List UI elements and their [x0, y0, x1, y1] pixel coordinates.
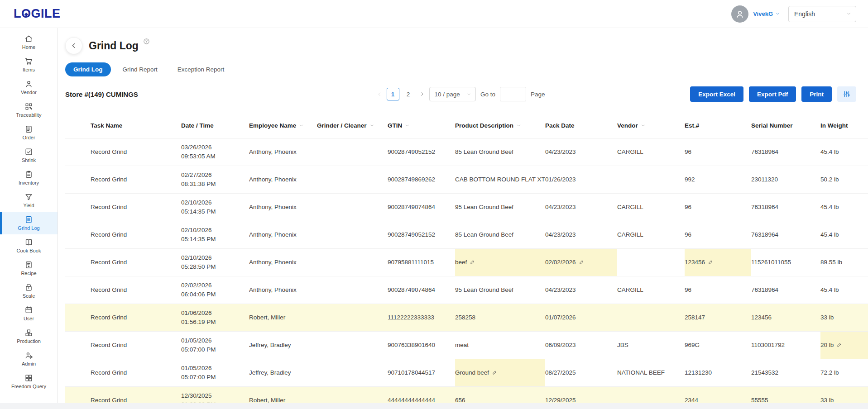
sidebar-item-order[interactable]: Order	[0, 121, 58, 144]
column-header-vendor[interactable]: Vendor	[617, 114, 685, 138]
filter-button[interactable]	[837, 86, 856, 102]
cell-gtin: 90710178044517	[388, 359, 455, 386]
main-content: Grind Log Grind LogGrind ReportException…	[58, 28, 868, 409]
edit-pencil-icon[interactable]	[708, 259, 714, 265]
cell-value: 656	[455, 397, 465, 404]
cell-employee: Anthony, Phoenix	[249, 221, 317, 248]
cell-value: 96	[685, 204, 691, 210]
sidebar-item-yield[interactable]: Yield	[0, 189, 58, 212]
chevron-down-icon	[641, 123, 646, 128]
cell-value: 45.4 lb	[820, 204, 839, 210]
cell-value: Record Grind	[91, 342, 127, 348]
page-number-2[interactable]: 2	[402, 88, 415, 100]
column-header-product-description[interactable]: Product Description	[455, 114, 545, 138]
cell-employee: Anthony, Phoenix	[249, 248, 317, 276]
sidebar-item-production[interactable]: Production	[0, 325, 58, 347]
cell-value: 44444444444444	[388, 397, 435, 404]
chevron-down-icon	[299, 123, 304, 128]
sidebar-item-cook-book[interactable]: Cook Book	[0, 234, 58, 257]
cell-time: 01:56:19 PM	[181, 318, 245, 327]
cell-task: Record Grind	[65, 331, 181, 359]
sidebar-item-label: Cook Book	[17, 248, 41, 253]
cell-datetime: 02/10/202605:28:50 PM	[181, 248, 249, 276]
cell-in-weight: 20 lb	[820, 331, 868, 359]
tab-exception-report[interactable]: Exception Report	[169, 62, 233, 76]
cell-task: Record Grind	[65, 166, 181, 193]
edit-pencil-icon[interactable]	[836, 342, 842, 348]
tab-grind-log[interactable]: Grind Log	[65, 62, 111, 76]
sidebar-item-admin[interactable]: Admin	[0, 347, 58, 370]
filter-sliders-icon	[843, 90, 851, 98]
prev-page-icon[interactable]	[377, 91, 382, 97]
avatar[interactable]	[731, 5, 748, 23]
column-header-employee-name[interactable]: Employee Name	[249, 114, 317, 138]
cell-value: Anthony, Phoenix	[249, 148, 297, 155]
cell-task: Record Grind	[65, 304, 181, 331]
cell-serial: 115261011055	[751, 248, 820, 276]
cell-value: 02/02/2026	[545, 259, 576, 266]
cell-in-weight: 45.4 lb	[820, 193, 868, 221]
sidebar-item-scale[interactable]: Scale	[0, 280, 58, 302]
export-pdf-button[interactable]: Export Pdf	[749, 86, 796, 102]
sidebar-item-vendor[interactable]: Vendor	[0, 76, 58, 99]
sidebar-item-traceability[interactable]: Traceability	[0, 99, 58, 121]
sidebar-item-grind-log[interactable]: Grind Log	[0, 212, 58, 234]
page-size-select[interactable]: 10 / page	[429, 87, 476, 101]
vendor-icon	[24, 80, 33, 88]
sidebar-item-items[interactable]: Items	[0, 53, 58, 76]
sidebar-item-recipe[interactable]: Recipe	[0, 257, 58, 280]
sidebar-item-home[interactable]: Home	[0, 31, 58, 53]
column-header-gtin[interactable]: GTIN	[388, 114, 455, 138]
edit-pencil-icon[interactable]	[579, 259, 585, 265]
column-label: In Weight	[820, 122, 848, 129]
print-button[interactable]: Print	[801, 86, 832, 102]
home-icon	[24, 34, 33, 43]
edit-pencil-icon[interactable]	[470, 259, 475, 265]
cell-time: 05:28:50 PM	[181, 262, 245, 271]
column-header-serial-number: Serial Number	[751, 114, 820, 138]
next-page-icon[interactable]	[419, 91, 425, 97]
cell-value: 85 Lean Ground Beef	[455, 231, 513, 238]
user-menu[interactable]: VivekG	[753, 10, 780, 17]
help-icon[interactable]	[143, 38, 150, 45]
cell-pack-date: 02/02/2026	[545, 248, 617, 276]
cell-value: 90028749052152	[388, 148, 435, 155]
chevron-down-icon	[466, 92, 471, 97]
cell-value: 04/23/2023	[545, 286, 576, 293]
export-excel-button[interactable]: Export Excel	[690, 86, 743, 102]
cell-gtin: 90076338901640	[388, 331, 455, 359]
cell-value: 55555	[751, 397, 768, 404]
sidebar-item-inventory[interactable]: Inventory	[0, 166, 58, 189]
goto-page-input[interactable]	[500, 87, 526, 101]
cell-grinder	[317, 221, 388, 248]
cell-value: 992	[685, 176, 695, 183]
edit-pencil-icon[interactable]	[492, 370, 498, 376]
sidebar-item-label: Admin	[22, 361, 36, 366]
cell-value: 89.55 lb	[820, 259, 842, 266]
cell-serial: 1103001792	[751, 331, 820, 359]
page-number-1[interactable]: 1	[387, 88, 399, 100]
cell-grinder	[317, 331, 388, 359]
cell-pack-date: 01/07/2026	[545, 304, 617, 331]
language-select[interactable]: English	[788, 6, 856, 22]
back-button[interactable]	[65, 37, 82, 54]
column-header-date-time: Date / Time	[181, 114, 249, 138]
cell-employee: Anthony, Phoenix	[249, 193, 317, 221]
cell-task: Record Grind	[65, 138, 181, 166]
cell-task: Record Grind	[65, 221, 181, 248]
cell-value: 11122222333333	[388, 314, 434, 321]
sidebar-item-label: Items	[23, 67, 35, 72]
sidebar-item-user[interactable]: User	[0, 302, 58, 325]
cell-value: Robert, Miller	[249, 314, 285, 321]
cell-value: Jeffrey, Bradley	[249, 342, 291, 348]
cell-value: Record Grind	[91, 148, 127, 155]
column-header-grinder-cleaner[interactable]: Grinder / Cleaner	[317, 114, 388, 138]
cell-in-weight: 89.55 lb	[820, 248, 868, 276]
cell-task: Record Grind	[65, 276, 181, 304]
cell-employee: Anthony, Phoenix	[249, 276, 317, 304]
cell-date: 02/27/2026	[181, 171, 245, 180]
sidebar-item-freedom-query[interactable]: Freedom Query	[0, 370, 58, 393]
tab-grind-report[interactable]: Grind Report	[115, 62, 166, 76]
sidebar-item-shrink[interactable]: Shrink	[0, 144, 58, 166]
cell-value: 90710178044517	[388, 369, 435, 376]
